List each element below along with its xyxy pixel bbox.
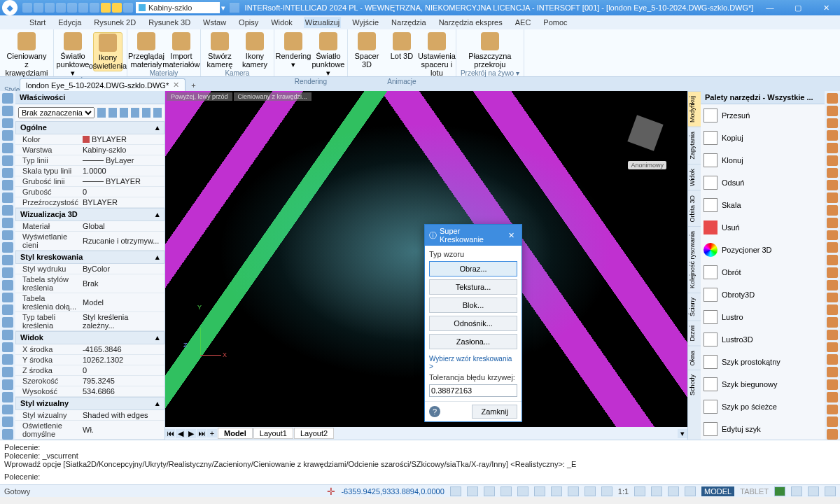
qp-toggle[interactable]: [584, 486, 596, 496]
app-icon[interactable]: ◆: [2, 0, 18, 15]
status-extra-toggle[interactable]: [668, 486, 679, 496]
tool-icon[interactable]: [827, 416, 838, 427]
crosshair-icon[interactable]: ✛: [327, 486, 335, 497]
tool-icon[interactable]: [2, 192, 13, 203]
props-row[interactable]: Typ liniiByLayer: [15, 155, 164, 166]
tool-icon[interactable]: [2, 143, 13, 153]
qat-layer-icon[interactable]: [123, 3, 133, 13]
layout-tab[interactable]: Layout1: [253, 428, 293, 439]
tool-icon[interactable]: [827, 130, 838, 141]
view-label[interactable]: Powyżej, lewy przód: [167, 92, 232, 101]
tool-icon[interactable]: [827, 267, 838, 278]
lwt-toggle[interactable]: [551, 486, 562, 496]
menu-start[interactable]: Start: [28, 17, 47, 28]
props-row[interactable]: Grubość0: [15, 187, 164, 197]
tool-icon[interactable]: [2, 255, 13, 265]
props-section-header[interactable]: Widok▴: [15, 331, 164, 344]
props-value[interactable]: Brak: [80, 274, 164, 293]
palette-tab[interactable]: Ściany: [688, 293, 701, 321]
props-row[interactable]: Szerokość795.3245: [15, 376, 164, 386]
tool-icon[interactable]: [827, 280, 838, 290]
props-value[interactable]: Styl kreślenia zależny...: [80, 312, 164, 330]
document-tab[interactable]: london Eye_5-10-2024.DWG-szklo.DWG* ✕: [20, 78, 186, 91]
workspace-toggle[interactable]: [651, 486, 662, 496]
props-row[interactable]: Y środka10262.1302: [15, 355, 164, 365]
props-value[interactable]: Shaded with edges: [80, 410, 164, 420]
palette-item[interactable]: Pozycjoner 3D: [701, 239, 825, 261]
tab-nav-add-icon[interactable]: +: [207, 429, 217, 438]
tool-icon[interactable]: [827, 405, 838, 415]
tool-icon[interactable]: [2, 168, 13, 178]
props-row[interactable]: Wysokość534.6866: [15, 386, 164, 397]
tool-icon[interactable]: [827, 429, 838, 440]
ribbon-item[interactable]: Cieniowany z krawędziami ▾: [12, 32, 41, 85]
snap-toggle[interactable]: [450, 486, 461, 496]
tool-icon[interactable]: [827, 106, 838, 116]
tool-icon[interactable]: [2, 180, 13, 190]
palette-tab[interactable]: Zapytania: [688, 127, 701, 164]
layout-tab-model[interactable]: Model: [218, 428, 253, 439]
props-value[interactable]: Kabiny-szklo: [80, 145, 164, 155]
tool-icon[interactable]: [2, 354, 13, 365]
ribbon-item[interactable]: Ikony kamery: [240, 32, 270, 69]
dialog-close-icon[interactable]: ✕: [505, 231, 517, 240]
command-prompt[interactable]: Polecenie:: [4, 472, 836, 481]
document-tab-add[interactable]: +: [186, 80, 201, 91]
palette-tab[interactable]: Kolejność rysowania: [688, 226, 701, 293]
dialog-titlebar[interactable]: ⓘSuper Kreskowanie ✕: [425, 225, 522, 246]
palette-item[interactable]: Szyk biegunowy: [701, 373, 825, 396]
props-row[interactable]: X środka-4165.3846: [15, 344, 164, 355]
menu-rysunek 3d[interactable]: Rysunek 3D: [147, 17, 192, 28]
tool-icon[interactable]: [827, 354, 838, 365]
props-section-header[interactable]: Styl kreskowania▴: [15, 251, 164, 264]
palette-item[interactable]: Odsuń: [701, 172, 825, 194]
ribbon-item[interactable]: Lot 3D: [387, 32, 416, 60]
minimize-button[interactable]: —: [756, 0, 784, 15]
props-tool-icon[interactable]: [97, 108, 106, 118]
tool-icon[interactable]: [2, 429, 13, 440]
palette-tab[interactable]: Schody: [688, 370, 701, 400]
menu-wstaw[interactable]: Wstaw: [202, 17, 227, 28]
tolerance-input[interactable]: [429, 384, 517, 397]
tool-icon[interactable]: [827, 304, 838, 315]
status-icon[interactable]: [808, 486, 819, 496]
texture-button[interactable]: Tekstura...: [429, 279, 517, 295]
select-pattern-link[interactable]: Wybierz wzór kreskowania >: [429, 352, 517, 373]
visual-style-label[interactable]: Cieniowany z krawędzi...: [234, 92, 312, 101]
tool-icon[interactable]: [827, 293, 838, 303]
menu-rysunek 2d[interactable]: Rysunek 2D: [92, 17, 137, 28]
props-value[interactable]: -4165.3846: [80, 344, 164, 354]
maximize-button[interactable]: ▢: [784, 0, 812, 15]
ribbon-item[interactable]: Import materiałów: [167, 32, 196, 69]
tool-icon[interactable]: [2, 93, 13, 104]
props-filter-icon[interactable]: [153, 108, 162, 118]
tool-icon[interactable]: [2, 317, 13, 328]
tool-icon[interactable]: [827, 205, 838, 216]
props-row[interactable]: KolorBYLAYER: [15, 134, 164, 145]
props-row[interactable]: Tabela stylów kreśleniaBrak: [15, 274, 164, 293]
osnap-toggle[interactable]: [517, 486, 528, 496]
ribbon-item[interactable]: Światło punktowe ▾: [314, 32, 343, 77]
viewport[interactable]: Powyżej, lewy przód Cieniowany z krawędz…: [165, 91, 687, 440]
tool-icon[interactable]: [827, 379, 838, 390]
close-dialog-button[interactable]: Zamknij: [472, 405, 517, 419]
qat-save-icon[interactable]: [45, 3, 55, 13]
props-row[interactable]: Skala typu linii1.0000: [15, 166, 164, 176]
props-value[interactable]: Global: [80, 221, 164, 231]
props-value[interactable]: Model: [80, 293, 164, 312]
props-value[interactable]: 0: [80, 365, 164, 375]
ribbon-item[interactable]: Płaszczyzna przekroju: [475, 32, 505, 69]
props-tool-icon[interactable]: [131, 108, 139, 118]
block-button[interactable]: Blok...: [429, 298, 517, 313]
tool-icon[interactable]: [827, 192, 838, 203]
props-value[interactable]: BYLAYER: [80, 176, 164, 186]
tool-icon[interactable]: [2, 342, 13, 353]
qat-redo-icon[interactable]: [78, 3, 88, 13]
tool-icon[interactable]: [827, 218, 838, 228]
palette-tab[interactable]: Widok: [688, 164, 701, 190]
ortho-toggle[interactable]: [484, 486, 495, 496]
selection-dropdown[interactable]: Brak zaznaczenia: [18, 107, 94, 118]
help-icon[interactable]: ?: [429, 406, 440, 417]
palette-item[interactable]: Usuń: [701, 216, 825, 239]
layer-dropdown-icon[interactable]: ▾: [220, 4, 227, 13]
